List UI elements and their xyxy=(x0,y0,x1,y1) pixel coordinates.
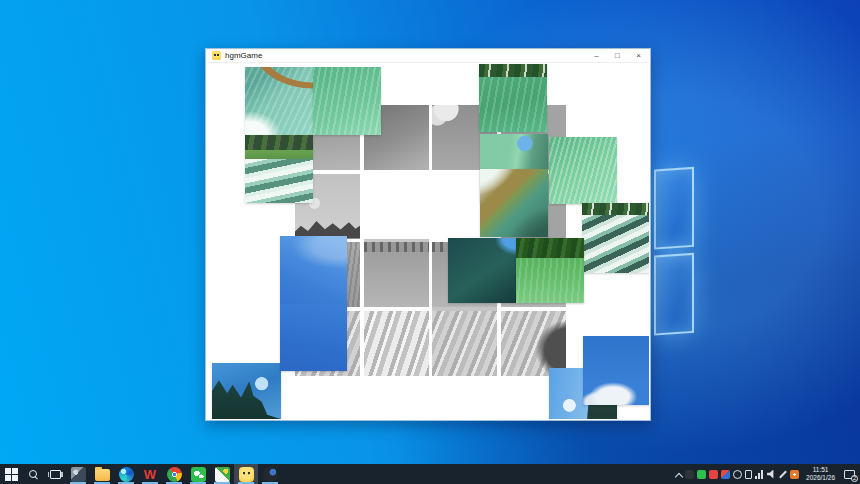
grid-cell[interactable] xyxy=(432,311,497,376)
tray-network-icon[interactable] xyxy=(755,470,764,479)
window-title: hgmGame xyxy=(225,49,262,63)
window-app-icon xyxy=(212,51,221,60)
taskbar-app-wps[interactable]: W xyxy=(138,464,162,484)
app-wps-icon: W xyxy=(143,467,158,482)
taskbar-app-area: W xyxy=(66,464,282,484)
tray-sync-icon[interactable] xyxy=(733,470,742,479)
tray-red-app-icon[interactable] xyxy=(709,470,718,479)
piece-water-arc[interactable] xyxy=(245,67,313,135)
tray-volume-icon[interactable] xyxy=(767,470,776,479)
piece-sky-cloud[interactable] xyxy=(583,336,649,405)
tray-dark-app-icon[interactable] xyxy=(685,470,694,479)
app-chrome-icon xyxy=(167,467,182,482)
taskbar-app-edge[interactable] xyxy=(114,464,138,484)
clock-time: 11:51 xyxy=(806,466,835,474)
grid-cell[interactable] xyxy=(364,311,429,376)
taskbar-app-explorer[interactable] xyxy=(90,464,114,484)
taskbar-app-chrome[interactable] xyxy=(162,464,186,484)
piece-mountain-dark[interactable] xyxy=(448,238,516,303)
piece-sky-blue-deep[interactable] xyxy=(280,304,347,371)
piece-river-bend[interactable] xyxy=(480,169,548,237)
tray-pen-icon[interactable] xyxy=(779,470,787,478)
desktop-wallpaper: hgmGame – □ × W 11:51 2026/1/26 2 xyxy=(0,0,860,484)
piece-karst-mountains[interactable] xyxy=(212,363,281,419)
app-chart-icon xyxy=(215,467,230,482)
taskbar-app-wechat[interactable] xyxy=(186,464,210,484)
piece-trees-water[interactable] xyxy=(516,238,584,303)
search-icon xyxy=(29,470,38,479)
windows-logo-pane-top xyxy=(654,167,694,250)
tray-device-icon[interactable] xyxy=(745,470,752,479)
tray-media-app-icon[interactable] xyxy=(721,470,730,479)
app-edge-icon xyxy=(119,467,134,482)
action-center-button[interactable]: 2 xyxy=(840,464,858,484)
windows-start-icon xyxy=(5,468,18,481)
grid-cell[interactable] xyxy=(501,311,566,376)
minimize-button[interactable]: – xyxy=(586,49,607,63)
taskbar-app-game[interactable] xyxy=(234,464,258,484)
piece-terrace-weir[interactable] xyxy=(582,203,649,273)
close-button[interactable]: × xyxy=(628,49,649,63)
piece-water-green[interactable] xyxy=(313,67,381,135)
puzzle-board xyxy=(207,63,649,419)
piece-river-village[interactable] xyxy=(479,64,547,132)
task-view-icon xyxy=(50,470,61,479)
app-folder-icon xyxy=(95,469,110,481)
app-darkapp-icon xyxy=(263,467,278,482)
window-controls: – □ × xyxy=(586,49,649,63)
task-view-button[interactable] xyxy=(44,464,66,484)
piece-water-shimmer[interactable] xyxy=(549,137,617,204)
tray-orange-app-icon[interactable] xyxy=(790,470,799,479)
clock-date: 2026/1/26 xyxy=(806,474,835,482)
app-game-icon xyxy=(239,467,254,482)
grid-cell[interactable] xyxy=(364,242,429,307)
windows-logo-pane-bottom xyxy=(654,253,694,336)
taskbar-app-chart[interactable] xyxy=(210,464,234,484)
maximize-button[interactable]: □ xyxy=(607,49,628,63)
app-wechat-icon xyxy=(191,467,206,482)
taskbar: W 11:51 2026/1/26 2 xyxy=(0,464,860,484)
taskbar-app-photos[interactable] xyxy=(66,464,90,484)
piece-village-terrace[interactable] xyxy=(245,135,313,203)
start-button[interactable] xyxy=(0,464,22,484)
taskbar-clock[interactable]: 11:51 2026/1/26 xyxy=(801,466,840,482)
tray-chevron-up-icon[interactable] xyxy=(675,471,682,478)
taskbar-app-darkapp[interactable] xyxy=(258,464,282,484)
system-tray xyxy=(675,470,801,479)
app-photos-icon xyxy=(71,467,86,482)
search-button[interactable] xyxy=(22,464,44,484)
game-window: hgmGame – □ × xyxy=(205,48,651,421)
window-titlebar[interactable]: hgmGame – □ × xyxy=(207,49,649,63)
piece-sky-blue-light[interactable] xyxy=(280,236,347,304)
windows-wallpaper-logo xyxy=(652,166,700,339)
tray-wechat-icon[interactable] xyxy=(697,470,706,479)
notification-badge: 2 xyxy=(851,475,858,482)
